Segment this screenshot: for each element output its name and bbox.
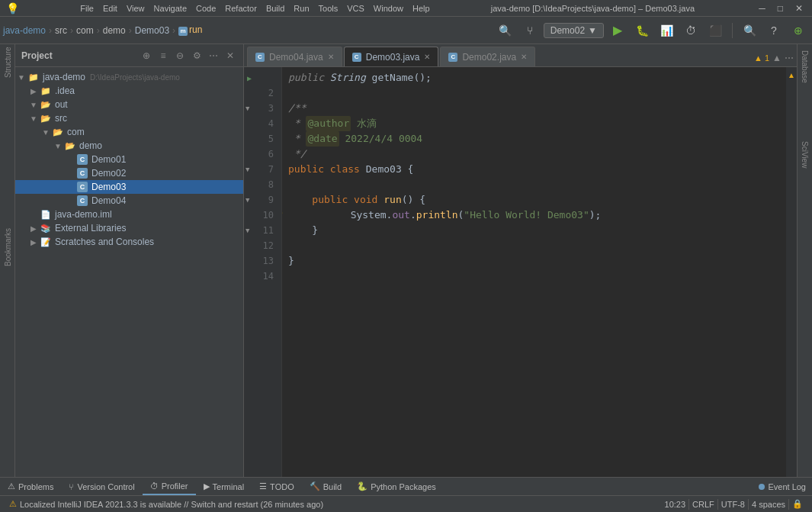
more-tabs-icon[interactable]: ⋯ — [785, 53, 794, 63]
tab-build[interactable]: 🔨 Build — [302, 478, 349, 495]
breadcrumb-src[interactable]: src — [55, 25, 67, 36]
menu-build[interactable]: Build — [266, 4, 284, 13]
line-num-11: 11 ▼ — [244, 223, 281, 238]
warning-badge[interactable]: ▲ 1 — [754, 53, 769, 63]
close-btn[interactable]: ✕ — [792, 3, 806, 14]
menu-navigate[interactable]: Navigate — [154, 4, 187, 13]
tab-profiler[interactable]: ⏱ Profiler — [143, 478, 196, 495]
tree-item-scratches[interactable]: ▶ 📝 Scratches and Consoles — [15, 235, 243, 249]
tree-item-ext-libs[interactable]: ▶ 📚 External Libraries — [15, 221, 243, 235]
tab-demo02[interactable]: C Demo02.java ✕ — [440, 47, 535, 66]
tree-item-com[interactable]: ▼ 📂 com — [15, 125, 243, 139]
tab-python-packages[interactable]: 🐍 Python Packages — [349, 478, 444, 495]
run-config-dropdown-icon[interactable]: ▼ — [588, 25, 597, 36]
structure-panel-toggle[interactable]: Structure — [1, 47, 14, 78]
breadcrumb-method[interactable]: mrun — [178, 24, 202, 36]
breadcrumb-project[interactable]: java-demo — [3, 25, 46, 36]
vcs-btn[interactable]: ⑂ — [519, 20, 541, 41]
find-btn[interactable]: 🔍 — [739, 20, 760, 41]
run-button[interactable]: ▶ — [607, 20, 628, 41]
gutter-warning[interactable]: ▲ — [786, 67, 797, 82]
menu-file[interactable]: File — [80, 4, 94, 13]
tree-item-demo[interactable]: ▼ 📂 demo — [15, 139, 243, 153]
tab-demo03-close[interactable]: ✕ — [424, 53, 430, 61]
code-line-11: } — [288, 223, 786, 238]
sciview-panel-toggle[interactable]: SciView — [799, 138, 810, 171]
stop-btn[interactable]: ⬛ — [704, 20, 726, 41]
code-line-3: /** — [288, 101, 786, 116]
settings-btn[interactable]: ⊕ — [788, 20, 809, 41]
run-with-coverage-btn[interactable]: 📊 — [656, 20, 677, 41]
line-separator[interactable]: CRLF — [689, 500, 717, 509]
menu-window[interactable]: Window — [374, 4, 403, 13]
debug-btn[interactable]: 🐛 — [631, 20, 653, 41]
menu-refactor[interactable]: Refactor — [225, 4, 257, 13]
search-everywhere-btn[interactable]: 🔍 — [495, 20, 516, 41]
problems-icon: ⚠ — [8, 481, 15, 491]
menu-edit[interactable]: Edit — [103, 4, 117, 13]
tab-demo03[interactable]: C Demo03.java ✕ — [344, 47, 439, 66]
breadcrumb-com[interactable]: com — [76, 25, 94, 36]
menu-view[interactable]: View — [127, 4, 145, 13]
tree-item-demo04[interactable]: ▶ C Demo04 — [15, 194, 243, 208]
menu-vcs[interactable]: VCS — [347, 4, 364, 13]
tab-version-control[interactable]: ⑂ Version Control — [61, 478, 142, 495]
status-message[interactable]: ⚠ Localized IntelliJ IDEA 2021.3.3 is av… — [6, 496, 326, 512]
encoding-indicator[interactable]: UTF-8 — [718, 500, 748, 509]
sidebar-collapse-all-btn[interactable]: ⊖ — [173, 49, 187, 63]
sidebar-new-btn[interactable]: ⊕ — [140, 49, 153, 63]
sidebar-settings-btn[interactable]: ⚙ — [190, 49, 204, 63]
window-controls[interactable]: ─ □ ✕ — [756, 3, 806, 14]
menu-run[interactable]: Run — [294, 4, 309, 13]
tree-item-root[interactable]: ▼ 📁 java-demo D:\IdeaProjects\java-demo — [15, 70, 243, 84]
menu-code[interactable]: Code — [196, 4, 216, 13]
expand-icon[interactable]: ▲ — [772, 53, 782, 63]
code-editor[interactable]: ▶ 2 3 ▼ 4 5 6 7 ▼ 8 9 — [244, 67, 797, 477]
maximize-btn[interactable]: □ — [775, 3, 786, 14]
bookmarks-panel-toggle[interactable]: Bookmarks — [1, 232, 14, 262]
event-log-btn[interactable]: Event Log — [768, 482, 806, 491]
code-line-7: public class Demo03 { — [288, 162, 786, 177]
database-panel-toggle[interactable]: Database — [799, 47, 810, 86]
toolbar-left: java-demo › src › com › demo › Demo03 › … — [3, 24, 202, 36]
help-btn[interactable]: ? — [763, 20, 785, 41]
profile-btn[interactable]: ⏱ — [680, 20, 701, 41]
sidebar-title: Project — [21, 50, 53, 61]
tree-label-idea: .idea — [55, 85, 75, 96]
tab-demo02-close[interactable]: ✕ — [521, 53, 527, 61]
terminal-icon: ▶ — [204, 481, 210, 491]
gutter-scroll[interactable] — [786, 82, 797, 477]
sidebar-hide-btn[interactable]: ✕ — [223, 49, 237, 63]
indent-text: 4 spaces — [752, 500, 785, 509]
tree-item-demo03[interactable]: ▶ C Demo03 — [15, 180, 243, 194]
tree-item-demo02[interactable]: ▶ C Demo02 — [15, 166, 243, 180]
indent-indicator[interactable]: 4 spaces — [749, 500, 788, 509]
vcs-lock-btn[interactable]: 🔒 — [789, 499, 806, 509]
tree-item-iml[interactable]: ▶ 📄 java-demo.iml — [15, 208, 243, 221]
tab-demo04[interactable]: C Demo04.java ✕ — [247, 47, 342, 66]
minimize-btn[interactable]: ─ — [756, 3, 769, 14]
code-line-5: * @date 2022/4/4 0004 — [288, 131, 786, 147]
tab-todo[interactable]: ☰ TODO — [252, 478, 302, 495]
tree-item-out[interactable]: ▼ 📂 out — [15, 98, 243, 111]
out-folder-icon: 📂 — [40, 98, 52, 111]
lightbulb-icon[interactable]: 💡 — [282, 208, 284, 223]
tree-item-src[interactable]: ▼ 📂 src — [15, 111, 243, 125]
tree-label-iml: java-demo.iml — [55, 209, 112, 220]
tab-problems[interactable]: ⚠ Problems — [0, 478, 61, 495]
code-content[interactable]: public String getName(); /** * @author 水… — [282, 67, 786, 477]
tab-terminal[interactable]: ▶ Terminal — [196, 478, 252, 495]
right-tool-icons: Database SciView — [797, 44, 812, 477]
menu-tools[interactable]: Tools — [319, 4, 339, 13]
breadcrumb-demo[interactable]: demo — [103, 25, 126, 36]
tab-demo03-label: Demo03.java — [366, 52, 420, 63]
cursor-position[interactable]: 10:23 — [662, 500, 689, 509]
menu-help[interactable]: Help — [412, 4, 430, 13]
tab-demo04-close[interactable]: ✕ — [328, 53, 334, 61]
breadcrumb-class[interactable]: Demo03 — [135, 25, 169, 36]
run-config-selector[interactable]: Demo02 ▼ — [544, 23, 604, 38]
sidebar-scroll-to-btn[interactable]: ≡ — [156, 49, 170, 63]
sidebar-more-btn[interactable]: ⋯ — [207, 49, 220, 63]
tree-item-idea[interactable]: ▶ 📁 .idea — [15, 84, 243, 98]
tree-item-demo01[interactable]: ▶ C Demo01 — [15, 153, 243, 166]
